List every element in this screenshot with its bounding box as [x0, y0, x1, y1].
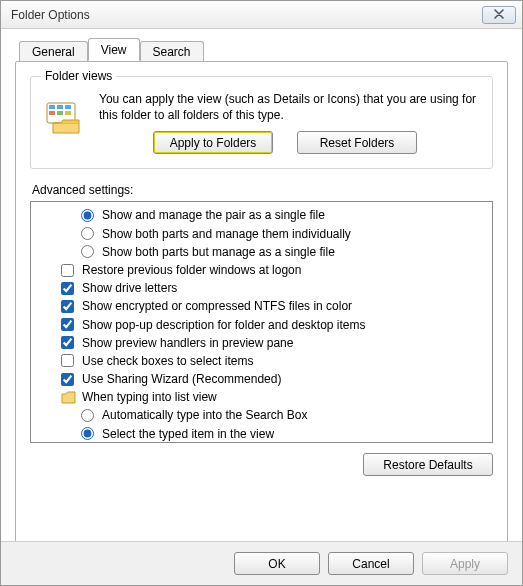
svg-rect-1 — [49, 105, 55, 109]
close-button[interactable] — [482, 6, 516, 24]
advanced-item[interactable]: Use Sharing Wizard (Recommended) — [33, 370, 490, 388]
svg-rect-2 — [57, 105, 63, 109]
advanced-settings-label: Advanced settings: — [32, 183, 493, 197]
tab-view[interactable]: View — [88, 38, 140, 61]
advanced-item-label: Show and manage the pair as a single fil… — [102, 207, 325, 223]
folder-options-dialog: Folder Options General View Search Folde… — [0, 0, 523, 586]
dialog-button-bar: OK Cancel Apply — [1, 541, 522, 585]
checkbox[interactable] — [61, 373, 74, 386]
folder-icon — [61, 391, 76, 404]
advanced-item[interactable]: Show drive letters — [33, 279, 490, 297]
checkbox[interactable] — [61, 336, 74, 349]
close-icon — [493, 8, 505, 22]
advanced-item[interactable]: Show and manage the pair as a single fil… — [33, 206, 490, 224]
window-title: Folder Options — [11, 8, 90, 22]
advanced-item[interactable]: When typing into list view — [33, 388, 490, 406]
advanced-item[interactable]: Show both parts and manage them individu… — [33, 225, 490, 243]
advanced-item-label: Show encrypted or compressed NTFS files … — [82, 298, 352, 314]
advanced-item[interactable]: Select the typed item in the view — [33, 425, 490, 443]
tab-strip: General View Search — [19, 37, 508, 61]
radio[interactable] — [81, 409, 94, 422]
radio[interactable] — [81, 227, 94, 240]
advanced-item-label: Show both parts but manage as a single f… — [102, 244, 335, 260]
advanced-item-label: Show preview handlers in preview pane — [82, 335, 293, 351]
checkbox[interactable] — [61, 264, 74, 277]
advanced-item[interactable]: Show both parts but manage as a single f… — [33, 243, 490, 261]
advanced-item[interactable]: Show preview handlers in preview pane — [33, 334, 490, 352]
apply-to-folders-button[interactable]: Apply to Folders — [153, 131, 273, 154]
advanced-item[interactable]: Automatically type into the Search Box — [33, 406, 490, 424]
svg-rect-6 — [65, 111, 71, 115]
advanced-item-label: Restore previous folder windows at logon — [82, 262, 301, 278]
svg-rect-3 — [65, 105, 71, 109]
advanced-item-label: Automatically type into the Search Box — [102, 407, 307, 423]
folder-views-group: Folder views You can apply the view (suc… — [30, 76, 493, 169]
folder-views-text: You can apply the view (such as Details … — [99, 91, 480, 123]
cancel-button[interactable]: Cancel — [328, 552, 414, 575]
advanced-item-label: Select the typed item in the view — [102, 426, 274, 442]
svg-rect-4 — [49, 111, 55, 115]
tab-general[interactable]: General — [19, 41, 88, 62]
apply-button[interactable]: Apply — [422, 552, 508, 575]
radio[interactable] — [81, 209, 94, 222]
reset-folders-button[interactable]: Reset Folders — [297, 131, 417, 154]
folder-views-icon — [43, 93, 87, 137]
checkbox[interactable] — [61, 354, 74, 367]
advanced-item[interactable]: Use check boxes to select items — [33, 352, 490, 370]
titlebar: Folder Options — [1, 1, 522, 29]
advanced-item[interactable]: Show encrypted or compressed NTFS files … — [33, 297, 490, 315]
restore-defaults-button[interactable]: Restore Defaults — [363, 453, 493, 476]
advanced-item-label: Use Sharing Wizard (Recommended) — [82, 371, 281, 387]
advanced-settings-list[interactable]: Show and manage the pair as a single fil… — [30, 201, 493, 443]
tab-search[interactable]: Search — [140, 41, 204, 62]
advanced-item-label: Show drive letters — [82, 280, 177, 296]
radio[interactable] — [81, 245, 94, 258]
advanced-item-label: Show pop-up description for folder and d… — [82, 317, 366, 333]
checkbox[interactable] — [61, 318, 74, 331]
svg-rect-5 — [57, 111, 63, 115]
dialog-body: General View Search Folder views — [1, 29, 522, 563]
advanced-item-label: Use check boxes to select items — [82, 353, 253, 369]
tab-pane-view: Folder views You can apply the view (suc… — [15, 61, 508, 549]
advanced-item[interactable]: Show pop-up description for folder and d… — [33, 316, 490, 334]
radio[interactable] — [81, 427, 94, 440]
advanced-item-label: When typing into list view — [82, 389, 217, 405]
advanced-item[interactable]: Restore previous folder windows at logon — [33, 261, 490, 279]
folder-views-legend: Folder views — [41, 69, 116, 83]
advanced-item-label: Show both parts and manage them individu… — [102, 226, 351, 242]
ok-button[interactable]: OK — [234, 552, 320, 575]
checkbox[interactable] — [61, 282, 74, 295]
checkbox[interactable] — [61, 300, 74, 313]
